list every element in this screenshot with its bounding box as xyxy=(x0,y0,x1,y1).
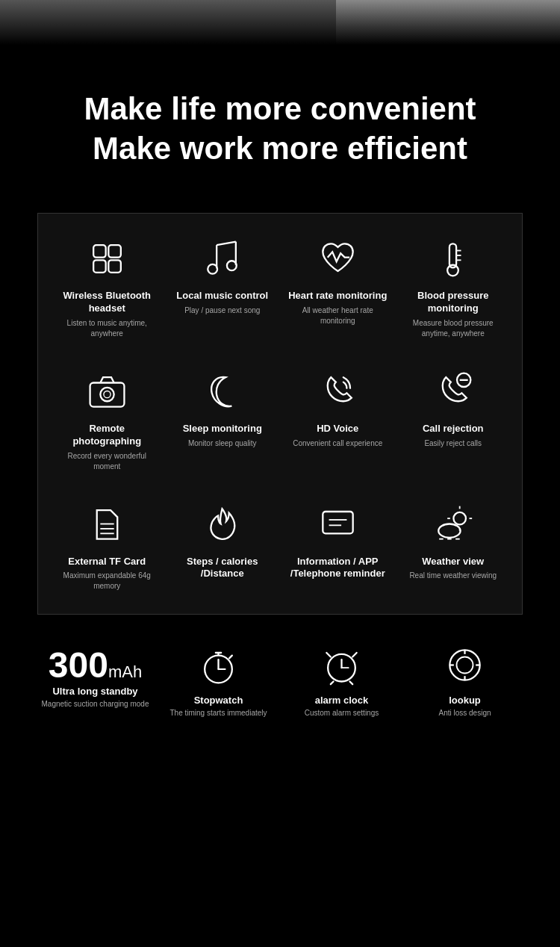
svg-line-43 xyxy=(326,653,331,657)
svg-rect-14 xyxy=(90,383,124,407)
feature-sleep-monitor: Sleep monitoring Monitor sleep quality xyxy=(169,369,277,472)
feature-remote-photo: Remote photographing Record every wonder… xyxy=(53,369,161,472)
lookup-desc: Anti loss design xyxy=(438,709,491,717)
top-bar xyxy=(0,0,560,45)
hero-line1: Make life more convenient xyxy=(84,91,476,126)
call-reject-title: Call rejection xyxy=(423,423,484,435)
weather-desc: Real time weather viewing xyxy=(409,571,497,581)
feature-wireless-bluetooth: Wireless Bluetooth headset Listen to mus… xyxy=(53,236,161,339)
info-app-title: Information / APP /Telephone reminder xyxy=(287,556,388,581)
svg-point-8 xyxy=(227,261,237,270)
svg-point-15 xyxy=(100,388,113,401)
remote-photo-title: Remote photographing xyxy=(57,423,158,448)
info-app-icon xyxy=(317,502,358,547)
stopwatch-desc: The timing starts immediately xyxy=(169,709,267,717)
battery-item-lookup: lookup Anti loss design xyxy=(407,645,523,717)
sleep-monitor-icon xyxy=(202,369,243,414)
battery-capacity: 300mAh xyxy=(49,645,142,686)
svg-point-10 xyxy=(447,264,458,276)
tf-card-title: External TF Card xyxy=(68,556,146,568)
svg-rect-2 xyxy=(93,260,106,273)
stopwatch-subtitle: Stopwatch xyxy=(194,695,243,706)
heart-rate-desc: All weather heart rate monitoring xyxy=(287,305,388,326)
tf-card-icon xyxy=(87,502,128,547)
remote-photo-icon xyxy=(87,369,128,414)
weather-icon xyxy=(432,502,473,547)
battery-section: 300mAh Ultra long standby Magnetic sucti… xyxy=(0,615,560,732)
features-section: Wireless Bluetooth headset Listen to mus… xyxy=(37,213,523,615)
alarm-desc: Custom alarm settings xyxy=(305,709,379,717)
local-music-desc: Play / pause next song xyxy=(184,305,260,316)
svg-point-16 xyxy=(104,391,111,398)
steps-icon xyxy=(202,502,243,547)
heart-rate-icon xyxy=(317,236,358,281)
svg-rect-0 xyxy=(93,245,106,258)
battery-item-battery: 300mAh Ultra long standby Magnetic sucti… xyxy=(37,645,153,717)
feature-info-app: Information / APP /Telephone reminder xyxy=(284,502,392,592)
feature-weather: Weather view Real time weather viewing xyxy=(399,502,508,592)
blood-pressure-desc: Measure blood pressure anytime, anywhere xyxy=(403,318,504,339)
local-music-icon xyxy=(202,236,243,281)
svg-line-44 xyxy=(352,653,357,657)
hero-line2: Make work more efficient xyxy=(93,131,467,166)
battery-subtitle: Ultra long standby xyxy=(52,686,137,697)
feature-hd-voice: HD Voice Convenient call experience xyxy=(284,369,392,472)
svg-line-4 xyxy=(217,241,236,245)
svg-rect-9 xyxy=(449,243,456,267)
svg-point-30 xyxy=(439,524,461,538)
hd-voice-title: HD Voice xyxy=(317,423,358,435)
hero-title: Make life more convenient Make work more… xyxy=(30,90,530,168)
remote-photo-desc: Record every wonderful moment xyxy=(57,451,158,472)
svg-line-45 xyxy=(331,682,334,685)
feature-heart-rate: Heart rate monitoring All weather heart … xyxy=(284,236,392,339)
alarm-icon xyxy=(321,645,362,686)
wireless-bluetooth-desc: Listen to music anytime, anywhere xyxy=(57,318,158,339)
battery-item-stopwatch: Stopwatch The timing starts immediately xyxy=(161,645,276,717)
sleep-monitor-title: Sleep monitoring xyxy=(183,423,262,435)
top-bar-right xyxy=(336,0,560,45)
lookup-subtitle: lookup xyxy=(449,695,481,706)
svg-point-7 xyxy=(208,264,218,273)
hd-voice-icon xyxy=(317,369,358,414)
svg-rect-1 xyxy=(108,245,121,258)
svg-rect-22 xyxy=(323,512,352,533)
svg-rect-3 xyxy=(108,260,121,273)
call-reject-icon xyxy=(432,369,473,414)
wireless-bluetooth-icon xyxy=(87,236,128,281)
battery-item-alarm: alarm clock Custom alarm settings xyxy=(284,645,399,717)
hero-section: Make life more convenient Make work more… xyxy=(0,45,560,213)
features-grid: Wireless Bluetooth headset Listen to mus… xyxy=(53,236,507,592)
steps-title: Steps / calories /Distance xyxy=(172,556,273,581)
weather-title: Weather view xyxy=(422,556,484,568)
sleep-monitor-desc: Monitor sleep quality xyxy=(188,438,257,449)
local-music-title: Local music control xyxy=(176,290,268,302)
lookup-icon xyxy=(444,645,485,686)
feature-steps: Steps / calories /Distance xyxy=(169,502,277,592)
stopwatch-icon xyxy=(198,645,239,686)
svg-point-25 xyxy=(454,512,467,525)
feature-local-music: Local music control Play / pause next so… xyxy=(169,236,277,339)
feature-blood-pressure: Blood pressure monitoring Measure blood … xyxy=(399,236,508,339)
feature-tf-card: External TF Card Maximum expandable 64g … xyxy=(53,502,161,592)
blood-pressure-title: Blood pressure monitoring xyxy=(403,290,504,315)
svg-line-46 xyxy=(350,682,353,685)
svg-point-48 xyxy=(457,657,473,674)
call-reject-desc: Easily reject calls xyxy=(424,438,482,449)
battery-desc: Magnetic suction charging mode xyxy=(42,700,149,708)
wireless-bluetooth-title: Wireless Bluetooth headset xyxy=(57,290,158,315)
feature-call-reject: Call rejection Easily reject calls xyxy=(399,369,508,472)
hd-voice-desc: Convenient call experience xyxy=(293,438,382,449)
alarm-subtitle: alarm clock xyxy=(315,695,369,706)
heart-rate-title: Heart rate monitoring xyxy=(288,290,387,302)
blood-pressure-icon xyxy=(432,236,473,281)
tf-card-desc: Maximum expandable 64g memory xyxy=(57,571,158,592)
svg-point-47 xyxy=(449,651,479,680)
svg-line-39 xyxy=(229,656,232,659)
